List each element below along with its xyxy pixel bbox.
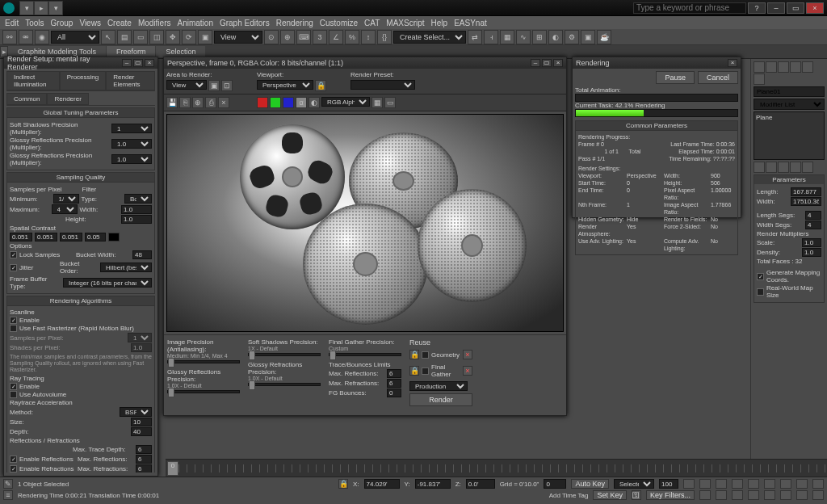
nav-icon[interactable] [716, 490, 727, 500]
zoom-input[interactable] [659, 479, 678, 489]
goto-start-icon[interactable] [683, 479, 695, 489]
bsp-size-input[interactable] [131, 418, 152, 426]
show-end-icon[interactable] [766, 162, 777, 173]
width-input[interactable] [791, 197, 821, 206]
material-icon[interactable]: ◐ [548, 30, 563, 44]
autokey-button[interactable]: Auto Key [571, 479, 609, 489]
overlay-icon[interactable]: ▦ [372, 97, 383, 108]
window-close-icon[interactable]: × [145, 59, 154, 67]
nav-icon[interactable] [732, 490, 743, 500]
tab-processing[interactable]: Processing [60, 71, 107, 90]
hierarchy-panel-icon[interactable] [778, 61, 789, 73]
window-close-icon[interactable]: × [553, 59, 563, 67]
menu-customize[interactable]: Customize [320, 19, 358, 27]
nav-icon[interactable] [764, 490, 775, 500]
lock-check[interactable]: ✓ [10, 251, 17, 258]
pin-stack-icon[interactable] [754, 162, 765, 173]
real-world-check[interactable] [757, 288, 764, 296]
menu-easynat[interactable]: EASYnat [454, 19, 487, 27]
menu-edit[interactable]: Edit [5, 19, 19, 27]
ribbon-tab-selection[interactable]: Selection [156, 46, 205, 57]
scale-input[interactable] [802, 238, 821, 247]
asnap-icon[interactable]: ∠ [329, 30, 343, 44]
utilities-panel-icon[interactable] [754, 74, 765, 85]
filter-type-select[interactable]: Box [124, 194, 152, 204]
spatial-r[interactable] [10, 233, 32, 242]
render-icon[interactable]: ☕ [597, 30, 611, 44]
copy-icon[interactable]: ⎘ [179, 97, 191, 108]
tab-renderer[interactable]: Renderer [47, 93, 88, 105]
help-button[interactable]: ? [748, 2, 766, 14]
window-max-icon[interactable]: ▭ [133, 59, 143, 67]
mono-icon[interactable]: ◐ [309, 97, 320, 108]
menu-cat[interactable]: CAT [364, 19, 380, 27]
soft-prec-slider[interactable] [248, 353, 321, 356]
del-fg-icon[interactable]: × [463, 366, 472, 376]
mirror-icon[interactable]: ⇄ [468, 30, 482, 44]
trace-max-refl-input[interactable] [387, 369, 401, 378]
fg-prec-slider[interactable] [329, 353, 401, 356]
object-name-input[interactable] [754, 86, 825, 97]
display-panel-icon[interactable] [802, 61, 813, 73]
bucket-order-select[interactable]: Hilbert (best) [100, 262, 152, 272]
prev-frame-icon[interactable] [699, 479, 711, 489]
green-channel-icon[interactable] [270, 97, 281, 108]
lock-geo-icon[interactable]: 🔒 [409, 350, 419, 359]
glossy-refl-slider[interactable] [167, 390, 240, 393]
scale-icon[interactable]: ▣ [198, 30, 212, 44]
common-params-head[interactable]: Common Parameters [576, 121, 737, 131]
script-icon[interactable]: ✎ [3, 479, 13, 489]
glossy-refr-select[interactable]: 1.0 [111, 154, 152, 164]
filter-height-input[interactable] [121, 215, 152, 224]
nav-icon[interactable] [764, 479, 775, 489]
key-icon[interactable]: ⚿ [632, 490, 641, 500]
psnap-icon[interactable]: % [345, 30, 359, 44]
params-head[interactable]: Parameters [754, 175, 824, 184]
spatial-b[interactable] [60, 233, 82, 242]
spinner-icon[interactable]: ↕ [361, 30, 376, 44]
fg-bounces-input[interactable] [387, 388, 401, 397]
window-min-icon[interactable]: – [531, 59, 540, 67]
nav-icon[interactable] [796, 479, 808, 489]
spatial-swatch[interactable] [108, 233, 120, 242]
wsegs-input[interactable] [805, 220, 821, 229]
lock-sel-icon[interactable]: 🔒 [338, 479, 348, 489]
cancel-button[interactable]: Cancel [698, 71, 738, 84]
menu-tools[interactable]: Tools [25, 19, 44, 27]
maximize-button[interactable]: ▭ [787, 2, 804, 14]
nav-icon[interactable] [780, 479, 791, 489]
window-close-icon[interactable]: × [728, 59, 737, 67]
setkey-button[interactable]: Set Key [593, 490, 627, 500]
length-input[interactable] [791, 187, 821, 196]
stack-item[interactable]: Plane [756, 114, 772, 121]
window-icon[interactable]: ◫ [149, 30, 164, 44]
lock-view-icon[interactable]: 🔒 [315, 80, 326, 91]
time-slider-thumb[interactable]: 0 [167, 461, 178, 476]
fast-rast-check[interactable] [10, 325, 17, 332]
density-input[interactable] [802, 248, 821, 257]
min-select[interactable]: 1/4 [53, 194, 79, 204]
z-input[interactable] [466, 479, 495, 489]
x-input[interactable] [364, 479, 400, 489]
toolbar-icon[interactable]: ▾ [48, 1, 63, 15]
create-panel-icon[interactable] [754, 61, 765, 73]
clear-icon[interactable]: × [218, 97, 229, 108]
spatial-a[interactable] [85, 233, 106, 242]
rotate-icon[interactable]: ⟳ [182, 30, 196, 44]
en-refl-check[interactable]: ✓ [10, 456, 17, 463]
link-icon[interactable]: ⚯ [2, 30, 17, 44]
gen-coords-check[interactable]: ✓ [757, 273, 764, 280]
frame-input[interactable] [544, 479, 566, 489]
rt-enable-check[interactable]: ✓ [10, 383, 17, 390]
create-select[interactable]: Create Select... [393, 31, 466, 44]
goto-end-icon[interactable] [748, 479, 759, 489]
render-frame-icon[interactable]: ▣ [581, 30, 595, 44]
clone-icon[interactable]: ⊕ [192, 97, 204, 108]
unique-icon[interactable] [778, 162, 789, 173]
render-preset-select[interactable] [351, 80, 415, 90]
remove-icon[interactable] [790, 162, 801, 173]
keyfilters-button[interactable]: Key Filters... [646, 490, 695, 500]
y-input[interactable] [415, 479, 451, 489]
max-refr-input[interactable] [136, 464, 152, 472]
tab-indirect[interactable]: Indirect Illumination [6, 71, 60, 90]
